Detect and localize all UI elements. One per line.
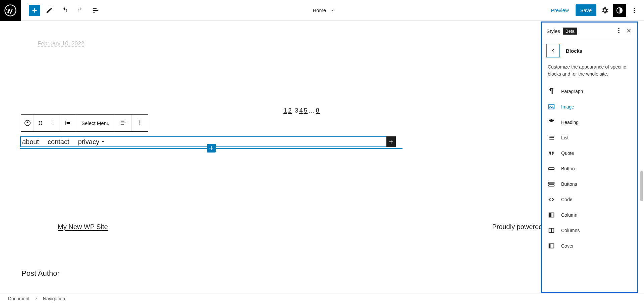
code-icon [548,196,555,203]
chevron-right-icon [34,297,38,301]
svg-rect-12 [65,121,66,125]
svg-point-15 [140,122,141,123]
svg-rect-23 [549,185,554,186]
preview-button[interactable]: Preview [546,5,573,16]
svg-point-19 [618,32,619,33]
svg-point-0 [5,5,16,16]
block-type-list: ParagraphImageHeadingListQuoteButtonButt… [542,82,637,256]
page-title-label: Home [313,7,326,13]
nav-link-about[interactable]: about [22,138,39,146]
svg-point-9 [41,123,42,124]
block-item-label: Column [561,212,577,218]
move-up-down[interactable] [47,115,59,131]
quote-icon [548,149,555,157]
heading-icon [548,119,555,126]
svg-point-14 [140,121,141,122]
crumb-navigation[interactable]: Navigation [43,296,65,301]
redo-button[interactable] [74,4,87,17]
top-toolbar: Home Preview Save [0,0,644,21]
nav-link-privacy[interactable]: privacy [78,138,105,146]
svg-rect-13 [66,122,70,124]
nav-link-label: contact [48,138,69,146]
drag-handle[interactable] [34,115,47,131]
post-date[interactable]: February 10, 2022 [38,40,624,47]
nav-link-label: about [22,138,39,146]
panel-description: Customize the appearance of specific blo… [542,61,637,82]
block-item-image[interactable]: Image [542,99,637,115]
image-icon [548,103,555,111]
block-item-label: Buttons [561,181,577,187]
columns-icon [548,227,555,234]
block-toolbar: Select Menu [21,114,148,132]
edit-tool-button[interactable] [43,4,56,17]
block-insertion-line [20,148,402,149]
block-item-label: Columns [561,228,580,233]
settings-button[interactable] [598,4,611,17]
block-item-paragraph[interactable]: Paragraph [542,84,637,99]
block-type-button[interactable] [21,115,34,131]
block-item-label: Heading [561,120,579,125]
block-item-label: List [561,135,569,140]
svg-point-11 [41,124,42,125]
page-link[interactable]: 5 [304,107,308,114]
add-block-button[interactable] [29,5,40,16]
block-item-column[interactable]: Column [542,207,637,223]
block-item-label: Paragraph [561,89,583,94]
panel-back-button[interactable] [546,44,560,57]
nav-link-contact[interactable]: contact [48,138,69,146]
page-link[interactable]: 8 [316,107,320,114]
beta-badge: Beta [563,28,577,35]
site-footer: My New WP Site Proudly powered by WordPr… [20,223,624,231]
column-icon [548,211,555,219]
block-item-label: Code [561,197,572,202]
block-item-label: Button [561,166,575,171]
page-link[interactable]: 4 [299,107,303,114]
block-item-code[interactable]: Code [542,192,637,207]
cover-icon [548,242,555,250]
block-item-button[interactable]: Button [542,161,637,176]
svg-rect-29 [549,244,551,248]
styles-button[interactable] [613,4,626,17]
chevron-down-icon [51,123,55,127]
svg-point-7 [41,121,42,122]
block-more-button[interactable] [132,115,148,131]
block-item-cover[interactable]: Cover [542,238,637,254]
select-menu-label: Select Menu [82,120,109,126]
block-item-list[interactable]: List [542,130,637,145]
insert-block-button[interactable] [207,144,216,153]
site-name-link[interactable]: My New WP Site [58,223,108,231]
wp-logo[interactable] [0,0,21,21]
justify-button[interactable] [115,115,132,131]
list-view-button[interactable] [89,4,102,17]
scrollbar[interactable] [640,171,643,201]
block-item-heading[interactable]: Heading [542,115,637,130]
svg-point-6 [39,121,40,122]
svg-point-17 [618,28,619,29]
svg-point-2 [634,7,635,9]
page-link[interactable]: 2 [288,107,292,114]
page-link[interactable]: 1 [283,107,287,114]
more-button[interactable] [628,4,641,17]
chevron-left-icon [550,48,556,54]
chevron-down-icon [329,7,335,13]
svg-point-16 [140,124,141,125]
nav-add-button[interactable] [386,136,396,147]
align-button[interactable] [59,115,76,131]
panel-close-button[interactable] [626,27,632,35]
svg-point-3 [634,10,635,11]
panel-title: Styles [546,28,560,34]
save-button[interactable]: Save [576,4,596,16]
undo-button[interactable] [58,4,71,17]
block-item-quote[interactable]: Quote [542,145,637,161]
block-item-buttons[interactable]: Buttons [542,176,637,192]
page-link[interactable]: 3 [295,107,299,114]
chevron-up-icon [51,119,55,123]
svg-point-8 [39,123,40,124]
block-item-columns[interactable]: Columns [542,223,637,238]
chevron-down-icon [101,139,105,144]
button-icon [548,165,555,172]
crumb-document[interactable]: Document [8,296,30,301]
select-menu-button[interactable]: Select Menu [76,115,115,131]
page-title-dropdown[interactable]: Home [102,7,546,13]
panel-more-button[interactable] [615,27,622,35]
